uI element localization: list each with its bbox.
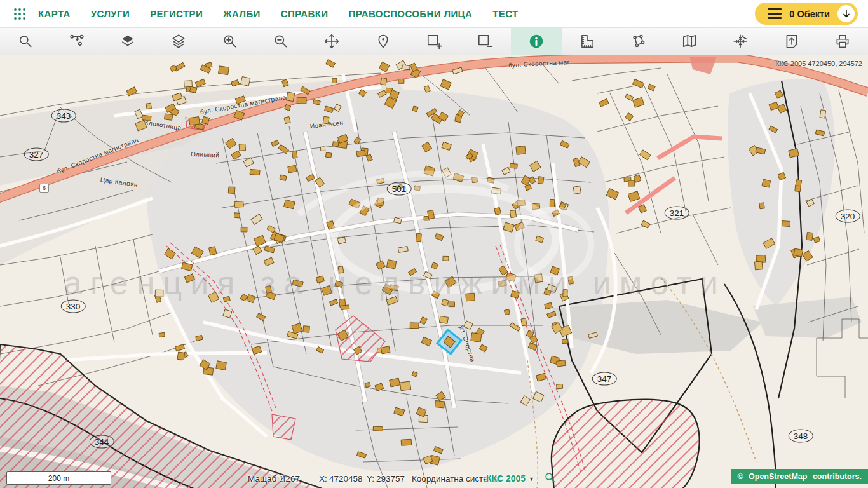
toolbar-map-overview-button[interactable] bbox=[664, 28, 715, 55]
layers-active-icon bbox=[119, 33, 136, 50]
osm-attribution[interactable]: © OpenStreetMap contributors. bbox=[731, 469, 868, 484]
coordinate-grid-icon bbox=[732, 33, 749, 50]
objects-button[interactable]: 0 Обекти bbox=[755, 3, 858, 25]
scale-value: 4267 bbox=[281, 474, 300, 484]
toolbar-coordinate-grid-button[interactable] bbox=[715, 28, 766, 55]
toolbar-select-rect-subtract-button[interactable] bbox=[459, 28, 510, 55]
toolbar-zoom-out-button[interactable] bbox=[255, 28, 306, 55]
select-rect-add-icon bbox=[426, 33, 442, 50]
nav-item-регистри[interactable]: РЕГИСТРИ bbox=[150, 8, 203, 19]
crs-dropdown[interactable]: ККС 2005 bbox=[486, 473, 526, 484]
corner-coordinates: ККС 2005 4720450, 294572 bbox=[775, 60, 862, 67]
crs-caret-icon[interactable]: ▼ bbox=[529, 476, 534, 482]
nav-item-жалби[interactable]: ЖАЛБИ bbox=[223, 8, 261, 19]
map-overview-icon bbox=[681, 33, 698, 50]
toolbar-zoom-in-button[interactable] bbox=[204, 28, 255, 55]
pan-icon bbox=[323, 33, 340, 50]
toolbar-select-features-button[interactable] bbox=[51, 28, 102, 55]
search-icon bbox=[544, 471, 556, 484]
select-rect-subtract-icon bbox=[477, 33, 493, 50]
arrow-down-icon bbox=[841, 9, 851, 19]
apps-grid-icon[interactable] bbox=[11, 6, 28, 22]
toolbar-export-button[interactable] bbox=[766, 28, 817, 55]
toolbar-info-button[interactable] bbox=[511, 28, 562, 55]
toolbar-pan-button[interactable] bbox=[306, 28, 357, 55]
measure-icon bbox=[579, 33, 595, 50]
zoom-in-icon bbox=[222, 33, 238, 50]
zoom-out-icon bbox=[273, 33, 289, 50]
nav-item-справки[interactable]: СПРАВКИ bbox=[281, 8, 329, 19]
map-toolbar bbox=[0, 28, 868, 55]
crs-search-button[interactable] bbox=[544, 471, 556, 485]
toolbar-layers-active-button[interactable] bbox=[102, 28, 153, 55]
main-menu: КАРТАУСЛУГИРЕГИСТРИЖАЛБИСПРАВКИПРАВОСПОС… bbox=[38, 8, 755, 19]
hamburger-icon bbox=[768, 8, 782, 19]
y-value: 293757 bbox=[376, 474, 405, 484]
info-icon bbox=[528, 33, 545, 50]
print-icon bbox=[834, 33, 851, 50]
toolbar-search-button[interactable] bbox=[0, 28, 51, 55]
watermark-text: агенция за недвижими имоти bbox=[64, 264, 726, 302]
nav-item-тест[interactable]: ТЕСТ bbox=[492, 8, 518, 19]
nav-item-правоспособни-лица[interactable]: ПРАВОСПОСОБНИ ЛИЦА bbox=[348, 8, 472, 19]
objects-count-label: 0 Обекти bbox=[789, 9, 830, 19]
toolbar-measure-button[interactable] bbox=[562, 28, 613, 55]
location-pin-icon bbox=[375, 33, 391, 50]
map-viewport[interactable]: 343327330344501321320347348бул. Скоростн… bbox=[0, 55, 868, 488]
y-label: Y: bbox=[367, 474, 374, 484]
toolbar-print-button[interactable] bbox=[817, 28, 868, 55]
top-navigation-bar: КАРТАУСЛУГИРЕГИСТРИЖАЛБИСПРАВКИПРАВОСПОС… bbox=[0, 0, 868, 28]
toolbar-location-pin-button[interactable] bbox=[358, 28, 409, 55]
export-icon bbox=[783, 33, 800, 50]
measure-area-icon bbox=[630, 33, 646, 50]
search-icon bbox=[17, 33, 34, 50]
nav-item-карта[interactable]: КАРТА bbox=[38, 8, 71, 19]
x-label: X: bbox=[319, 474, 327, 484]
select-features-icon bbox=[69, 33, 85, 50]
toolbar-select-rect-add-button[interactable] bbox=[409, 28, 459, 55]
x-value: 4720458 bbox=[329, 474, 363, 484]
nav-item-услуги[interactable]: УСЛУГИ bbox=[91, 8, 130, 19]
road-number-badge: 6 bbox=[39, 184, 49, 193]
collapse-panel-button[interactable] bbox=[837, 5, 855, 22]
toolbar-measure-area-button[interactable] bbox=[613, 28, 663, 55]
layers-icon bbox=[170, 33, 187, 50]
toolbar-layers-button[interactable] bbox=[153, 28, 204, 55]
